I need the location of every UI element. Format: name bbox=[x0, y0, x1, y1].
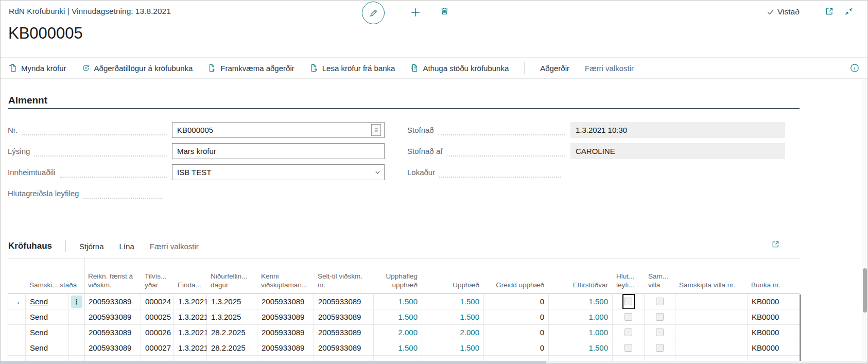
cell-samskipta-villa[interactable] bbox=[645, 294, 675, 309]
cell-upphafleg-upphaed[interactable]: 1.500 bbox=[374, 309, 422, 324]
cell-eftirstodvar[interactable]: 1.000 bbox=[549, 325, 613, 340]
cell-eftirstodvar[interactable]: 1.000 bbox=[549, 309, 613, 324]
table-row[interactable]: Send 2005933089 000027 1.3.2021 28.2.202… bbox=[8, 340, 800, 356]
header-eindagi[interactable]: Einda... bbox=[173, 281, 206, 293]
grid-menu-lina[interactable]: Lína bbox=[119, 242, 134, 251]
header-samskipta-stada[interactable]: Samski... staða bbox=[25, 281, 84, 293]
cell-reikn-faerist[interactable]: 2005933089 bbox=[84, 309, 141, 324]
table-row[interactable]: Send 2005933089 000025 1.3.2021 1.3.2025… bbox=[8, 309, 800, 325]
cell-reikn-faerist[interactable]: 2005933089 bbox=[84, 294, 141, 309]
cell-samskipta-stada[interactable]: Send bbox=[26, 325, 69, 340]
cell-upphaed[interactable]: 1.500 bbox=[422, 340, 484, 355]
cell-eindagi[interactable]: 1.3.2021 bbox=[174, 294, 207, 309]
row-options-button[interactable]: ⋮ bbox=[71, 296, 82, 308]
samskipta-villa-checkbox[interactable] bbox=[656, 298, 664, 305]
nr-input[interactable] bbox=[177, 126, 371, 134]
cell-samskipta-villa-nr[interactable] bbox=[675, 309, 748, 324]
header-bunka-nr[interactable]: Bunka nr. bbox=[747, 281, 800, 293]
cell-kenni-vidskiptamanns[interactable]: 2005933089 bbox=[257, 294, 314, 309]
cell-hlut-leyfileg[interactable] bbox=[613, 309, 645, 324]
cell-hlut-leyfileg[interactable] bbox=[613, 340, 645, 355]
row-options-cell[interactable] bbox=[69, 325, 84, 340]
grid-menu-stjorna[interactable]: Stjórna bbox=[79, 242, 104, 251]
cell-tilvisun[interactable]: 000024 bbox=[141, 294, 174, 309]
cell-nidurfellingardagur[interactable]: 28.2.2025 bbox=[207, 325, 257, 340]
cell-greidd-upphaed[interactable]: 0 bbox=[484, 309, 549, 324]
cell-selt-til-vidskm[interactable]: 2005933089 bbox=[314, 340, 374, 355]
fewer-options-menu[interactable]: Færri valkostir bbox=[585, 64, 634, 73]
cell-kenni-vidskiptamanns[interactable]: 2005933089 bbox=[257, 309, 314, 324]
table-row[interactable]: → Send ⋮ 2005933089 000024 1.3.2021 1.3.… bbox=[8, 294, 800, 309]
cell-samskipta-villa-nr[interactable] bbox=[675, 340, 748, 355]
cell-kenni-vidskiptamanns[interactable]: 2005933089 bbox=[257, 340, 314, 355]
action-framkvaema-adgerdir[interactable]: Framkvæma aðgerðir bbox=[208, 64, 294, 73]
cell-upphaed[interactable]: 2.000 bbox=[422, 325, 484, 340]
cell-kenni-vidskiptamanns[interactable]: 2005933089 bbox=[257, 325, 314, 340]
cell-bunka-nr[interactable]: KB0000 bbox=[748, 325, 800, 340]
innheimtuadili-dropdown[interactable] bbox=[172, 164, 385, 180]
cell-upphafleg-upphaed[interactable]: 2.000 bbox=[374, 325, 422, 340]
samskipta-villa-checkbox[interactable] bbox=[656, 313, 664, 321]
open-in-new-window-button[interactable] bbox=[825, 7, 834, 16]
cell-eindagi[interactable]: 1.3.2021 bbox=[174, 325, 207, 340]
cell-bunka-nr[interactable]: KB0000 bbox=[748, 340, 800, 355]
header-upphaed[interactable]: Upphæð bbox=[422, 281, 483, 293]
header-samskipta-villa-nr[interactable]: Samskipta villa nr. bbox=[675, 281, 747, 293]
chevron-down-icon[interactable] bbox=[374, 169, 381, 176]
cell-nidurfellingardagur[interactable]: 1.3.2025 bbox=[207, 294, 257, 309]
hlut-leyfileg-checkbox[interactable] bbox=[624, 344, 632, 352]
cell-eindagi[interactable]: 1.3.2021 bbox=[174, 309, 207, 324]
cell-eindagi[interactable]: 1.3.2021 bbox=[174, 340, 207, 355]
header-greidd-upphaed[interactable]: Greidd upphæð bbox=[483, 281, 548, 293]
actions-menu[interactable]: Aðgerðir bbox=[540, 64, 569, 73]
cell-samskipta-stada[interactable]: Send bbox=[26, 340, 69, 355]
section-title-almennt[interactable]: Almennt bbox=[8, 95, 47, 106]
cell-hlut-leyfileg[interactable] bbox=[613, 294, 645, 309]
cell-hlut-leyfileg[interactable] bbox=[613, 325, 645, 340]
collapse-header-button[interactable] bbox=[844, 7, 854, 16]
vertical-scrollbar-thumb[interactable] bbox=[863, 268, 867, 313]
assist-edit-button[interactable] bbox=[371, 124, 381, 136]
new-button[interactable] bbox=[410, 7, 421, 18]
cell-greidd-upphaed[interactable]: 0 bbox=[484, 294, 549, 309]
row-options-cell[interactable] bbox=[69, 340, 84, 355]
cell-greidd-upphaed[interactable]: 0 bbox=[484, 325, 549, 340]
row-options-cell[interactable]: ⋮ bbox=[69, 294, 84, 309]
cell-samskipta-villa-nr[interactable] bbox=[675, 294, 748, 309]
grid-scrollbar[interactable] bbox=[800, 294, 801, 361]
cell-eftirstodvar[interactable]: 1.500 bbox=[549, 340, 613, 355]
cell-selt-til-vidskm[interactable]: 2005933089 bbox=[314, 325, 374, 340]
action-lesa-krofur[interactable]: Lesa kröfur frá banka bbox=[310, 64, 395, 73]
lysing-input[interactable] bbox=[177, 147, 381, 155]
cell-upphaed[interactable]: 1.500 bbox=[422, 309, 484, 324]
action-athuga-stodu[interactable]: ? Athuga stöðu kröfubunka bbox=[410, 64, 509, 73]
cell-upphafleg-upphaed[interactable]: 1.500 bbox=[374, 294, 422, 309]
cell-samskipta-villa-nr[interactable] bbox=[675, 325, 748, 340]
innheimtuadili-input[interactable] bbox=[177, 168, 374, 177]
cell-selt-til-vidskm[interactable]: 2005933089 bbox=[314, 294, 374, 309]
cell-samskipta-stada[interactable]: Send bbox=[26, 294, 69, 309]
cell-upphaed[interactable]: 1.500 bbox=[422, 294, 484, 309]
grid-menu-faerri-valkostir[interactable]: Færri valkostir bbox=[150, 242, 199, 251]
focus-mode-button[interactable] bbox=[771, 240, 780, 249]
cell-samskipta-villa[interactable] bbox=[645, 340, 675, 355]
cell-reikn-faerist[interactable]: 2005933089 bbox=[84, 340, 141, 355]
cell-bunka-nr[interactable]: KB0000 bbox=[748, 309, 800, 324]
info-button[interactable] bbox=[850, 63, 859, 73]
header-eftirstodvar[interactable]: Eftirstöðvar bbox=[548, 281, 612, 293]
header-samskipta-villa[interactable]: Sam... villa bbox=[644, 272, 675, 293]
cell-eftirstodvar[interactable]: 1.500 bbox=[549, 294, 613, 309]
cell-tilvisun[interactable]: 000026 bbox=[141, 325, 174, 340]
cell-samskipta-villa[interactable] bbox=[645, 325, 675, 340]
header-upphafleg-upphaed[interactable]: Upphafleg upphæð bbox=[373, 272, 422, 293]
cell-nidurfellingardagur[interactable]: 1.3.2025 bbox=[207, 309, 257, 324]
cell-samskipta-villa[interactable] bbox=[645, 309, 675, 324]
vertical-scrollbar-track[interactable] bbox=[862, 79, 868, 361]
header-kenni-vidskiptamanns[interactable]: Kenni viðskiptaman... bbox=[257, 272, 314, 293]
header-tilvisun[interactable]: Tilvís... yðar bbox=[141, 272, 173, 293]
cell-selt-til-vidskm[interactable]: 2005933089 bbox=[314, 309, 374, 324]
delete-button[interactable] bbox=[440, 6, 449, 16]
header-reikn-faerist[interactable]: Reikn. færist á viðskm. bbox=[84, 272, 141, 293]
cell-bunka-nr[interactable]: KB0000 bbox=[748, 294, 800, 309]
cell-tilvisun[interactable]: 000027 bbox=[141, 340, 174, 355]
